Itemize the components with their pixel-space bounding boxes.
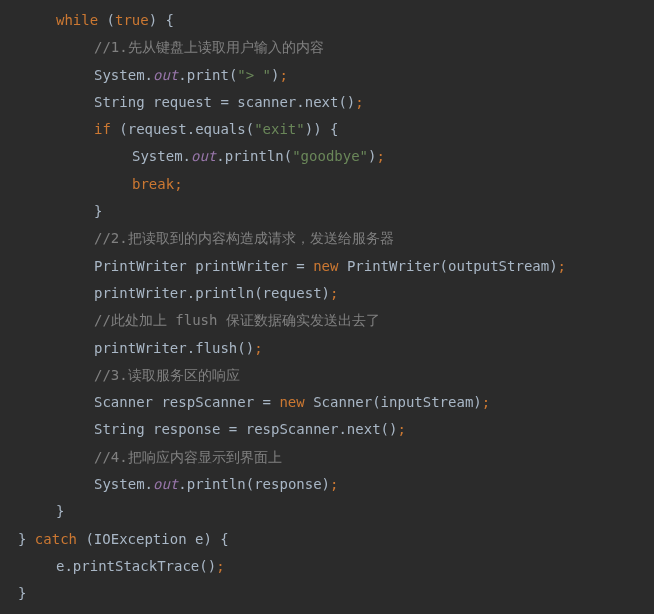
token-kw: break; — [132, 176, 183, 192]
token-kw: new — [313, 258, 338, 274]
token-ident: .println( — [216, 148, 292, 164]
code-text: PrintWriter printWriter = new PrintWrite… — [18, 258, 566, 274]
token-str: "> " — [237, 67, 271, 83]
code-text: Scanner respScanner = new Scanner(inputS… — [18, 394, 490, 410]
token-field: out — [191, 148, 216, 164]
token-ident: String request = scanner.next() — [94, 94, 355, 110]
token-ident: } — [18, 531, 35, 547]
token-ident: String response = respScanner.next() — [94, 421, 397, 437]
code-text: //2.把读取到的内容构造成请求，发送给服务器 — [18, 230, 394, 246]
token-kw: ; — [397, 421, 405, 437]
token-ident: PrintWriter(outputStream) — [338, 258, 557, 274]
token-ident: .println(response) — [178, 476, 330, 492]
token-kw: while — [56, 12, 98, 28]
code-text: e.printStackTrace(); — [18, 558, 225, 574]
token-kw: ; — [558, 258, 566, 274]
token-ident: System. — [94, 67, 153, 83]
code-line[interactable]: //4.把响应内容显示到界面上 — [18, 444, 654, 471]
code-text: if (request.equals("exit")) { — [18, 121, 338, 137]
code-text: System.out.println(response); — [18, 476, 338, 492]
code-line[interactable]: } — [18, 198, 654, 225]
code-line[interactable]: e.printStackTrace(); — [18, 553, 654, 580]
code-line[interactable]: System.out.println(response); — [18, 471, 654, 498]
token-kw: ; — [279, 67, 287, 83]
code-text: } catch (IOException e) { — [18, 531, 229, 547]
code-text: //3.读取服务区的响应 — [18, 367, 240, 383]
code-text: while (true) { — [18, 12, 174, 28]
code-line[interactable]: } — [18, 498, 654, 525]
code-line[interactable]: //3.读取服务区的响应 — [18, 362, 654, 389]
code-text: } — [18, 503, 64, 519]
token-kw: ; — [254, 340, 262, 356]
token-kw: ; — [330, 285, 338, 301]
code-text: printWriter.println(request); — [18, 285, 338, 301]
code-line[interactable]: printWriter.println(request); — [18, 280, 654, 307]
token-cmt: //4.把响应内容显示到界面上 — [94, 449, 282, 465]
token-ident: } — [18, 585, 26, 601]
code-line[interactable]: String request = scanner.next(); — [18, 89, 654, 116]
code-text: System.out.println("goodbye"); — [18, 148, 385, 164]
token-str: "exit" — [254, 121, 305, 137]
code-line[interactable]: while (true) { — [18, 7, 654, 34]
token-ident: (IOException e) { — [77, 531, 229, 547]
code-text: System.out.print("> "); — [18, 67, 288, 83]
token-ident: } — [56, 503, 64, 519]
code-line[interactable]: if (request.equals("exit")) { — [18, 116, 654, 143]
token-cmt: //3.读取服务区的响应 — [94, 367, 240, 383]
token-kw: true — [115, 12, 149, 28]
code-text: break; — [18, 176, 183, 192]
token-cmt: //2.把读取到的内容构造成请求，发送给服务器 — [94, 230, 394, 246]
token-ident: System. — [94, 476, 153, 492]
token-punct: ) { — [149, 12, 174, 28]
code-text: //4.把响应内容显示到界面上 — [18, 449, 282, 465]
code-line[interactable]: String response = respScanner.next(); — [18, 416, 654, 443]
token-kw: if — [94, 121, 111, 137]
token-kw: ; — [482, 394, 490, 410]
code-text: //1.先从键盘上读取用户输入的内容 — [18, 39, 324, 55]
code-line[interactable]: } — [18, 580, 654, 607]
token-ident: (request.equals( — [111, 121, 254, 137]
token-punct: ( — [98, 12, 115, 28]
code-text: //此处加上 flush 保证数据确实发送出去了 — [18, 312, 380, 328]
code-text: printWriter.flush(); — [18, 340, 263, 356]
token-kw: new — [279, 394, 304, 410]
code-text: String response = respScanner.next(); — [18, 421, 406, 437]
code-line[interactable]: System.out.print("> "); — [18, 62, 654, 89]
token-kw: ; — [330, 476, 338, 492]
code-line[interactable]: break; — [18, 171, 654, 198]
code-line[interactable]: Scanner respScanner = new Scanner(inputS… — [18, 389, 654, 416]
token-ident: PrintWriter printWriter = — [94, 258, 313, 274]
token-ident: .print( — [178, 67, 237, 83]
token-kw: ; — [355, 94, 363, 110]
token-ident: Scanner respScanner = — [94, 394, 279, 410]
token-ident: printWriter.flush() — [94, 340, 254, 356]
token-ident: System. — [132, 148, 191, 164]
token-ident: printWriter.println(request) — [94, 285, 330, 301]
token-ident: } — [94, 203, 102, 219]
token-ident: Scanner(inputStream) — [305, 394, 482, 410]
code-line[interactable]: } catch (IOException e) { — [18, 526, 654, 553]
code-line[interactable]: printWriter.flush(); — [18, 335, 654, 362]
code-line[interactable]: //此处加上 flush 保证数据确实发送出去了 — [18, 307, 654, 334]
token-field: out — [153, 67, 178, 83]
code-text: String request = scanner.next(); — [18, 94, 364, 110]
token-ident: )) { — [305, 121, 339, 137]
code-text: } — [18, 203, 102, 219]
code-line[interactable]: //2.把读取到的内容构造成请求，发送给服务器 — [18, 225, 654, 252]
code-line[interactable]: PrintWriter printWriter = new PrintWrite… — [18, 253, 654, 280]
token-kw: catch — [35, 531, 77, 547]
token-field: out — [153, 476, 178, 492]
token-str: "goodbye" — [292, 148, 368, 164]
code-editor[interactable]: while (true) {//1.先从键盘上读取用户输入的内容System.o… — [0, 7, 654, 608]
code-text: } — [18, 585, 26, 601]
token-cmt: //1.先从键盘上读取用户输入的内容 — [94, 39, 324, 55]
code-line[interactable]: System.out.println("goodbye"); — [18, 143, 654, 170]
token-cmt: //此处加上 flush 保证数据确实发送出去了 — [94, 312, 380, 328]
token-kw: ; — [216, 558, 224, 574]
token-kw: ; — [376, 148, 384, 164]
code-line[interactable]: //1.先从键盘上读取用户输入的内容 — [18, 34, 654, 61]
token-ident: e.printStackTrace() — [56, 558, 216, 574]
